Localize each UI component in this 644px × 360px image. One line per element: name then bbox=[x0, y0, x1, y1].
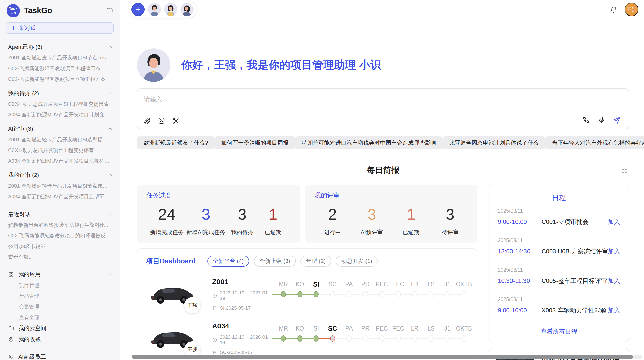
phone-icon[interactable] bbox=[582, 116, 590, 124]
people-icon bbox=[8, 354, 14, 360]
microphone-icon[interactable] bbox=[598, 116, 605, 124]
chevron-up-icon bbox=[108, 44, 113, 50]
tab-powertrain[interactable]: 动总开发 (1) bbox=[336, 256, 378, 267]
view-all-chats[interactable]: 查看全部... bbox=[8, 252, 113, 262]
flag-icon bbox=[212, 350, 217, 355]
milestone-track: MRKOSISCPAPRPECFECLRLSJ1OKTB bbox=[271, 323, 472, 344]
tab-model-year[interactable]: 年型 (2) bbox=[300, 256, 331, 267]
schedule-time: 10:30-11:30 bbox=[498, 277, 541, 284]
list-item[interactable]: C02-飞腾新能源轻客改款项目的闭环通告反馈情况 bbox=[8, 230, 113, 241]
schedule-time: 9:00-10:00 bbox=[498, 307, 541, 314]
schedule-title: 日程 bbox=[498, 193, 620, 202]
join-link[interactable]: 加入 bbox=[608, 247, 620, 256]
list-item[interactable]: Z001-全新燃油皮卡产品开发项目SI节点Lesson Learn报告 bbox=[8, 52, 113, 63]
tab-new-body[interactable]: 全新上装 (3) bbox=[254, 256, 296, 267]
list-item[interactable]: A034-全新新能源MUV产品开发项目造型可行性评审 bbox=[8, 191, 113, 202]
schedule-event: C001-立项审批会 bbox=[541, 218, 608, 226]
milestone-track: MRKOSISCPAPRPECFECLRLSJ1OKTB bbox=[271, 279, 472, 300]
attachment-icon[interactable] bbox=[143, 117, 151, 125]
project-dates: 2023-12-19 ~ 2026-01-19 bbox=[212, 334, 271, 346]
dashboard-title: 项目Dashboard bbox=[146, 257, 196, 266]
section-ai-review[interactable]: AI评审 (3) bbox=[8, 125, 113, 133]
view-all-apps[interactable]: 查看全部... bbox=[8, 312, 113, 323]
user-avatar[interactable]: 王强 bbox=[625, 3, 638, 16]
main-area: 王强 你好，王强，我是你的项目管理助理 小识 请输入... bbox=[120, 0, 644, 360]
badge-icon bbox=[8, 336, 14, 342]
suggestion-chip[interactable]: 特朗普可能对进口汽车增税会对中国车企造成哪些影响 bbox=[295, 136, 443, 149]
list-item[interactable]: A034-全新新能源MUV产品开发项目计划变更表编写 bbox=[8, 109, 113, 120]
favorites-label: 我的收藏 bbox=[18, 334, 41, 345]
my-review-stats: 2 进行中 3 AI预评审 1 已逾期 bbox=[315, 206, 468, 236]
join-link[interactable]: 加入 bbox=[608, 306, 620, 314]
list-item[interactable]: C02-飞腾新能源轻客改款项目里程碑画布 bbox=[8, 63, 113, 74]
chat-input-card[interactable]: 请输入... bbox=[137, 88, 629, 129]
scissors-icon[interactable] bbox=[172, 117, 180, 125]
join-link[interactable]: 加入 bbox=[608, 218, 620, 226]
notifications-button[interactable] bbox=[610, 6, 618, 13]
sidebar-item-my-apps[interactable]: 我的应用 bbox=[8, 269, 113, 280]
horizontal-scrollbar[interactable] bbox=[132, 355, 642, 359]
image-upload-icon[interactable] bbox=[158, 117, 165, 125]
section-agent-done[interactable]: Agent已办 (3) bbox=[8, 43, 113, 51]
main-content: 你好，王强，我是你的项目管理助理 小识 请输入... bbox=[120, 19, 644, 360]
list-item[interactable]: C0X4-动力总成开发项目SI里程碑提交物检查 bbox=[8, 99, 113, 109]
view-all-schedule-link[interactable]: 查看所有日程 bbox=[498, 321, 620, 338]
sidebar-item-ai-employee[interactable]: AI超级员工 bbox=[8, 351, 113, 360]
section-header-label: 最近对话 bbox=[8, 211, 31, 218]
section-header-label: AI评审 (3) bbox=[8, 125, 33, 133]
add-member-button[interactable] bbox=[131, 3, 145, 16]
stat-new-ai-done: 3 新增AI完成任务 bbox=[186, 206, 225, 236]
list-item[interactable]: C0X4-动力总成开发项目工程变更评审 bbox=[8, 145, 113, 156]
app-item-change-mgmt[interactable]: 变更管理 bbox=[8, 301, 113, 312]
list-item[interactable]: Z001-全新燃油轻卡产品开发项目SI节点属性5D文件评审 bbox=[8, 181, 113, 191]
app-item-project-mgmt[interactable]: 项目管理 bbox=[8, 280, 113, 291]
owner-badge: 王强 bbox=[184, 297, 200, 313]
topbar: 王强 bbox=[120, 0, 644, 19]
section-my-review[interactable]: 我的评审 (2) bbox=[8, 171, 113, 179]
ai-employee-label: AI超级员工 bbox=[18, 351, 46, 360]
suggestion-chip[interactable]: 当下年轻人对汽车外观有怎样的喜好趋势 bbox=[545, 136, 644, 149]
section-recent-chats[interactable]: 最近对话 bbox=[8, 211, 113, 218]
suggestion-chip[interactable]: 如何写一份清晰的项目周报 bbox=[215, 136, 295, 149]
member-avatar[interactable] bbox=[180, 3, 194, 16]
greeting-text: 你好，王强，我是你的项目管理助理 小识 bbox=[181, 58, 381, 72]
member-avatar[interactable] bbox=[148, 3, 161, 16]
schedule-card: 日程 2025/03/11 9:00-10:00 C001-立项审批会 加入 2… bbox=[489, 185, 629, 342]
stat-label: 我的待办 bbox=[228, 229, 256, 236]
send-icon[interactable] bbox=[613, 116, 621, 124]
new-chat-button[interactable]: 新对话 bbox=[6, 22, 114, 34]
list-item[interactable]: 解释最新出台的欧盟报废车法规再生塑料比例被调至15%... bbox=[8, 220, 113, 230]
project-row[interactable]: 王强 Z001 2023-12-19 ~ 2027-01-19 bbox=[146, 278, 468, 311]
collapse-sidebar-button[interactable] bbox=[106, 7, 113, 14]
stat-pending-review: 3 待评审 bbox=[436, 206, 464, 236]
stat-value: 1 bbox=[397, 206, 425, 222]
project-dates: 2023-12-19 ~ 2027-01-19 bbox=[212, 290, 271, 301]
app-item-product-mgmt[interactable]: 产品管理 bbox=[8, 291, 113, 301]
panel-collapse-icon bbox=[106, 7, 113, 14]
tab-new-platform[interactable]: 全新平台 (4) bbox=[207, 256, 249, 267]
flag-icon bbox=[212, 306, 217, 311]
list-item[interactable]: 公司Q3轻卡销量 bbox=[8, 241, 113, 252]
section-my-todo[interactable]: 我的待办 (2) bbox=[8, 89, 113, 97]
member-pill bbox=[129, 1, 196, 18]
suggestion-chip[interactable]: 比亚迪全固态电池计划具体说了什么 bbox=[443, 136, 545, 149]
scrollbar-thumb[interactable] bbox=[132, 355, 633, 359]
project-row[interactable]: 王强 A034 2023-12-19 ~ 2026-01-19 bbox=[146, 322, 468, 355]
layout-grid-icon[interactable] bbox=[621, 166, 628, 173]
join-link[interactable]: 加入 bbox=[608, 277, 620, 285]
stat-label: 新增完成任务 bbox=[150, 229, 184, 236]
stat-overdue: 1 已逾期 bbox=[259, 206, 287, 236]
sidebar-item-favorites[interactable]: 我的收藏 bbox=[8, 334, 113, 345]
schedule-event: X003-车辆动力学性能验... bbox=[541, 306, 608, 314]
member-avatar[interactable] bbox=[164, 3, 177, 16]
list-item[interactable]: A034-全新新能源MUV产品开发项目法规符合性评审 bbox=[8, 156, 113, 166]
new-chat-label: 新对话 bbox=[20, 24, 36, 32]
schedule-event: C005-整车工程目标评审 bbox=[541, 277, 608, 285]
sidebar-item-cloud-space[interactable]: 我的云空间 bbox=[8, 323, 113, 334]
schedule-time: 13:00-14:30 bbox=[498, 248, 541, 255]
stat-label: 进行中 bbox=[319, 229, 347, 236]
list-item[interactable]: Z001-全新燃油轻卡产品开发项目SI造型提交物评审 bbox=[8, 134, 113, 145]
list-item[interactable]: C02-飞腾新能源轻客改款项目立项汇报方案 bbox=[8, 74, 113, 84]
schedule-row: 13:00-14:30 C003|H0B-方案冻结评审 加入 bbox=[498, 247, 620, 256]
suggestion-chip[interactable]: 欧洲新规最近颁布了什么? bbox=[137, 136, 215, 149]
